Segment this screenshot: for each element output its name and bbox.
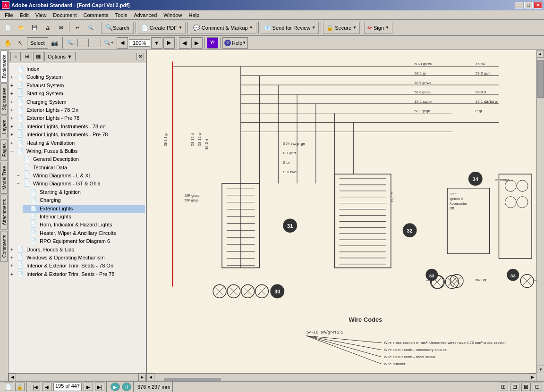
nav-left-button[interactable]: ◀ [179,37,190,49]
expand-exterior-lights[interactable] [24,205,30,212]
bookmark-exterior-lights[interactable]: 📄 Exterior Lights [23,205,145,213]
bookmark-index[interactable]: 📄 Index [9,65,145,73]
hscroll-left-btn[interactable]: ◀ [147,374,154,381]
expand-index[interactable] [10,66,17,73]
menu-help[interactable]: Help [186,11,202,19]
menu-comments[interactable]: Comments [81,11,111,19]
bookmark-exhaust[interactable]: + 📄 Exhaust System [9,82,145,90]
expand-tech-data[interactable] [17,164,24,171]
search-button[interactable]: 🔍 Search [101,22,134,34]
status-lock-icon[interactable]: 🔒 [15,383,25,391]
expand-wiring-lxl[interactable]: − [17,172,24,179]
attachments-tab[interactable]: Attachments [0,195,8,230]
find-button[interactable]: 🔍 [85,22,97,34]
bookmark-intpre78[interactable]: + 📄 Interior Lights, Instruments - Pre 7… [9,131,145,139]
bookmark-extpre78[interactable]: + 📄 Exterior Lights - Pre 78 [9,114,145,122]
minimize-button[interactable]: _ [515,2,523,8]
bookmark-wiring-gt[interactable]: − 📄 Wiring Diagrams - GT & Ghia [16,180,145,188]
bookmark-wiring-lxl[interactable]: − 📄 Wiring Diagrams - L & XL [16,172,145,180]
page-number-input[interactable]: 195 of 447 [53,383,82,391]
expand-heater-wiper[interactable] [24,230,30,237]
menu-edit[interactable]: Edit [17,11,32,19]
prev-page-button[interactable]: ◀ [42,383,51,391]
expand-horn[interactable] [24,221,30,228]
expand-windows[interactable]: + [10,254,17,261]
bookmark-interior-trim78[interactable]: + 📄 Interior & Exterior Trim, Seats - 78… [9,262,145,270]
expand-general-desc[interactable] [17,156,24,163]
secure-button[interactable]: 🔒 Secure ▼ [323,22,360,34]
zoom-value[interactable]: 100% [129,39,150,47]
bookmark-charging2[interactable]: 📄 Charging [23,196,145,204]
view-btn-2[interactable]: ⊟ [510,383,519,391]
vscroll-down-btn[interactable]: ▼ [537,366,544,373]
vscroll-thumb[interactable] [537,60,544,98]
hscroll-right-btn[interactable]: ▶ [529,374,536,381]
bookmark-thumbnail-view[interactable]: ▦ [33,52,43,61]
undo-button[interactable]: ↩ [71,22,84,34]
bookmark-detail-view[interactable]: ⊞ [22,52,32,61]
cursor-tool[interactable]: ↖ [15,37,26,49]
menu-advanced[interactable]: Advanced [131,11,160,19]
print-button[interactable]: 🖨 [42,22,54,34]
first-page-button[interactable]: |◀ [31,383,40,391]
comments-tab[interactable]: Comments [0,231,8,262]
select-button[interactable]: Select [27,37,48,49]
expand-interior-trim78[interactable]: + [10,262,17,269]
expand-rpo[interactable] [24,238,30,245]
open-button[interactable]: 📂 [15,22,27,34]
bookmark-ext78on[interactable]: + 📄 Exterior Lights - 78 On [9,106,145,114]
options-button[interactable]: Options ▼ [44,52,76,61]
close-button[interactable]: ✕ [534,2,542,8]
model-tree-tab[interactable]: Model Tree [0,162,8,194]
bookmark-doors[interactable]: + 📄 Doors, Hoods & Lids [9,246,145,254]
expand-charging[interactable]: + [10,99,17,106]
bookmark-general-desc[interactable]: 📄 General Description [16,155,145,163]
expand-charging2[interactable] [24,197,30,204]
bookmark-horn[interactable]: 📄 Horn, Indicator & Hazard Lights [23,221,145,229]
bm-scroll-right[interactable]: ▶ [138,374,146,381]
bookmark-interior-lights[interactable]: 📄 Interior Lights [23,213,145,221]
bookmark-wiring[interactable]: − 📄 Wiring, Fuses & Bulbs [9,147,145,155]
sign-button[interactable]: ✏ Sign ▼ [364,22,392,34]
bookmark-heater-wiper[interactable]: 📄 Heater, Wiper & Ancillary Circuits [23,229,145,237]
bookmark-cooling[interactable]: + 📄 Cooling System [9,73,145,81]
menu-file[interactable]: File [2,11,16,19]
email-button[interactable]: ✉ [55,22,67,34]
send-review-button[interactable]: 📧 Send for Review ▼ [261,22,319,34]
last-page-button[interactable]: ▶| [95,383,104,391]
bookmark-heating[interactable]: + 📄 Heating & Ventilation [9,139,145,147]
view-btn-1[interactable]: ⊞ [499,383,508,391]
expand-int78on[interactable]: + [10,123,17,130]
view-btn-4[interactable]: ⊡ [533,383,542,391]
expand-interior-trimpre78[interactable]: + [10,271,17,278]
bm-scroll-left[interactable]: ◀ [8,374,16,381]
menu-window[interactable]: Window [161,11,185,19]
maximize-button[interactable]: □ [524,2,533,8]
pages-tab[interactable]: Pages [0,139,8,161]
zoom-right-button[interactable]: ▶ [163,37,175,49]
titlebar-buttons[interactable]: _ □ ✕ [515,2,542,8]
panel-close-button[interactable]: ✕ [136,53,144,60]
vscroll-up[interactable]: ▲ [536,50,544,58]
snapshot-tool[interactable]: 📷 [49,37,60,49]
bookmark-int78on[interactable]: + 📄 Interior Lights, Instruments - 78 on [9,123,145,131]
hscroll-thumb[interactable] [164,378,221,381]
expand-extpre78[interactable]: + [10,115,17,122]
view-btn-3[interactable]: ⊠ [521,383,531,391]
bookmark-charging[interactable]: + 📄 Charging System [9,98,145,106]
bookmark-interior-trimpre78[interactable]: + 📄 Interior & Exterior Trim, Seats - Pr… [9,270,145,278]
create-pdf-button[interactable]: 📄 Create PDF ▼ [138,22,186,34]
expand-heating[interactable]: + [10,140,17,147]
expand-starting-ignition[interactable] [24,189,30,196]
layers-tab[interactable]: Layers [0,116,8,138]
expand-cooling[interactable]: + [10,74,17,81]
menu-document[interactable]: Document [50,11,79,19]
pdf-scroll-area[interactable]: 58-3 gr/sw 15 sw 68-1 gr 58-2 gr/rt 58R … [147,50,544,381]
bookmark-list-view[interactable]: ≡ [10,52,21,61]
zoom-out-button[interactable]: 🔍- [65,37,77,49]
signatures-tab[interactable]: Signatures [0,83,8,115]
help-button[interactable]: ? Help ▼ [222,37,248,49]
bookmarks-tab[interactable]: Bookmarks [0,50,8,83]
expand-wiring[interactable]: − [10,148,17,155]
menu-view[interactable]: View [33,11,50,19]
